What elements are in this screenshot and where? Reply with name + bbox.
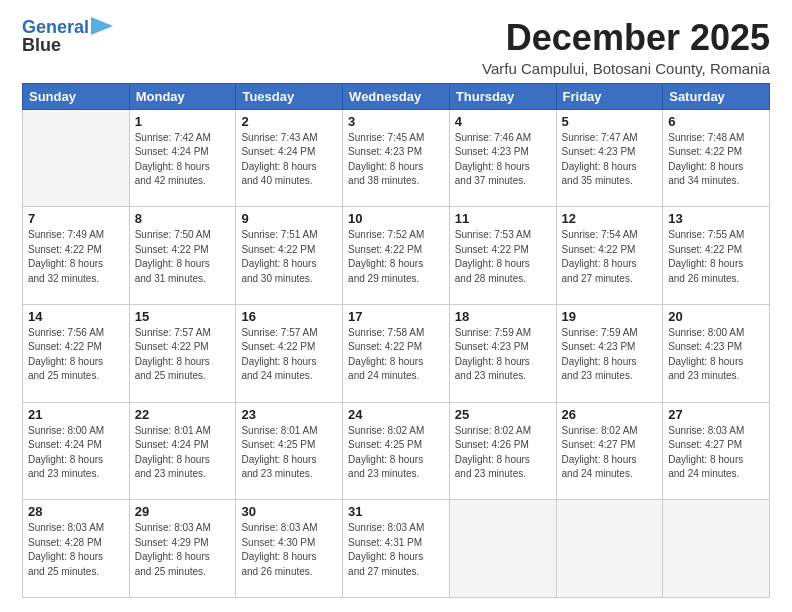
calendar-cell: 17Sunrise: 7:58 AM Sunset: 4:22 PM Dayli…	[343, 304, 450, 402]
day-number: 20	[668, 309, 764, 324]
calendar-header: Sunday Monday Tuesday Wednesday Thursday…	[23, 83, 770, 109]
day-info: Sunrise: 7:42 AM Sunset: 4:24 PM Dayligh…	[135, 131, 231, 189]
col-sunday: Sunday	[23, 83, 130, 109]
svg-marker-0	[91, 17, 113, 35]
calendar-cell: 9Sunrise: 7:51 AM Sunset: 4:22 PM Daylig…	[236, 207, 343, 305]
calendar-table: Sunday Monday Tuesday Wednesday Thursday…	[22, 83, 770, 598]
calendar-cell: 8Sunrise: 7:50 AM Sunset: 4:22 PM Daylig…	[129, 207, 236, 305]
day-info: Sunrise: 8:03 AM Sunset: 4:29 PM Dayligh…	[135, 521, 231, 579]
calendar-cell: 25Sunrise: 8:02 AM Sunset: 4:26 PM Dayli…	[449, 402, 556, 500]
calendar-cell: 18Sunrise: 7:59 AM Sunset: 4:23 PM Dayli…	[449, 304, 556, 402]
day-number: 13	[668, 211, 764, 226]
day-info: Sunrise: 7:57 AM Sunset: 4:22 PM Dayligh…	[241, 326, 337, 384]
day-info: Sunrise: 8:00 AM Sunset: 4:23 PM Dayligh…	[668, 326, 764, 384]
day-number: 1	[135, 114, 231, 129]
month-title: December 2025	[482, 18, 770, 58]
day-number: 17	[348, 309, 444, 324]
calendar-week-0: 1Sunrise: 7:42 AM Sunset: 4:24 PM Daylig…	[23, 109, 770, 207]
page: General Blue December 2025 Varfu Campulu…	[0, 0, 792, 612]
logo-blue: Blue	[22, 36, 61, 56]
col-thursday: Thursday	[449, 83, 556, 109]
col-wednesday: Wednesday	[343, 83, 450, 109]
calendar-cell: 7Sunrise: 7:49 AM Sunset: 4:22 PM Daylig…	[23, 207, 130, 305]
calendar-cell: 22Sunrise: 8:01 AM Sunset: 4:24 PM Dayli…	[129, 402, 236, 500]
calendar-cell: 26Sunrise: 8:02 AM Sunset: 4:27 PM Dayli…	[556, 402, 663, 500]
calendar-cell: 4Sunrise: 7:46 AM Sunset: 4:23 PM Daylig…	[449, 109, 556, 207]
day-info: Sunrise: 8:03 AM Sunset: 4:28 PM Dayligh…	[28, 521, 124, 579]
day-number: 27	[668, 407, 764, 422]
day-number: 10	[348, 211, 444, 226]
day-info: Sunrise: 7:45 AM Sunset: 4:23 PM Dayligh…	[348, 131, 444, 189]
day-info: Sunrise: 7:56 AM Sunset: 4:22 PM Dayligh…	[28, 326, 124, 384]
calendar-cell: 10Sunrise: 7:52 AM Sunset: 4:22 PM Dayli…	[343, 207, 450, 305]
day-info: Sunrise: 8:02 AM Sunset: 4:25 PM Dayligh…	[348, 424, 444, 482]
day-number: 30	[241, 504, 337, 519]
logo-general: General	[22, 17, 89, 37]
calendar-cell: 31Sunrise: 8:03 AM Sunset: 4:31 PM Dayli…	[343, 500, 450, 598]
day-number: 3	[348, 114, 444, 129]
calendar-cell: 15Sunrise: 7:57 AM Sunset: 4:22 PM Dayli…	[129, 304, 236, 402]
day-number: 16	[241, 309, 337, 324]
day-info: Sunrise: 8:02 AM Sunset: 4:26 PM Dayligh…	[455, 424, 551, 482]
day-number: 7	[28, 211, 124, 226]
day-info: Sunrise: 7:52 AM Sunset: 4:22 PM Dayligh…	[348, 228, 444, 286]
day-number: 12	[562, 211, 658, 226]
day-number: 23	[241, 407, 337, 422]
day-info: Sunrise: 7:54 AM Sunset: 4:22 PM Dayligh…	[562, 228, 658, 286]
calendar-cell	[556, 500, 663, 598]
calendar-cell: 6Sunrise: 7:48 AM Sunset: 4:22 PM Daylig…	[663, 109, 770, 207]
calendar-cell: 21Sunrise: 8:00 AM Sunset: 4:24 PM Dayli…	[23, 402, 130, 500]
calendar-cell: 29Sunrise: 8:03 AM Sunset: 4:29 PM Dayli…	[129, 500, 236, 598]
calendar-cell: 13Sunrise: 7:55 AM Sunset: 4:22 PM Dayli…	[663, 207, 770, 305]
day-number: 2	[241, 114, 337, 129]
col-tuesday: Tuesday	[236, 83, 343, 109]
day-info: Sunrise: 7:57 AM Sunset: 4:22 PM Dayligh…	[135, 326, 231, 384]
calendar-week-1: 7Sunrise: 7:49 AM Sunset: 4:22 PM Daylig…	[23, 207, 770, 305]
day-info: Sunrise: 7:48 AM Sunset: 4:22 PM Dayligh…	[668, 131, 764, 189]
day-number: 15	[135, 309, 231, 324]
day-info: Sunrise: 7:59 AM Sunset: 4:23 PM Dayligh…	[455, 326, 551, 384]
day-number: 19	[562, 309, 658, 324]
calendar-cell: 27Sunrise: 8:03 AM Sunset: 4:27 PM Dayli…	[663, 402, 770, 500]
calendar-week-2: 14Sunrise: 7:56 AM Sunset: 4:22 PM Dayli…	[23, 304, 770, 402]
day-info: Sunrise: 8:00 AM Sunset: 4:24 PM Dayligh…	[28, 424, 124, 482]
day-number: 6	[668, 114, 764, 129]
day-info: Sunrise: 8:03 AM Sunset: 4:31 PM Dayligh…	[348, 521, 444, 579]
calendar-cell: 12Sunrise: 7:54 AM Sunset: 4:22 PM Dayli…	[556, 207, 663, 305]
calendar-cell: 16Sunrise: 7:57 AM Sunset: 4:22 PM Dayli…	[236, 304, 343, 402]
col-saturday: Saturday	[663, 83, 770, 109]
day-info: Sunrise: 7:55 AM Sunset: 4:22 PM Dayligh…	[668, 228, 764, 286]
calendar-week-3: 21Sunrise: 8:00 AM Sunset: 4:24 PM Dayli…	[23, 402, 770, 500]
day-info: Sunrise: 7:59 AM Sunset: 4:23 PM Dayligh…	[562, 326, 658, 384]
calendar-cell	[23, 109, 130, 207]
day-number: 18	[455, 309, 551, 324]
calendar-cell	[449, 500, 556, 598]
day-info: Sunrise: 8:01 AM Sunset: 4:25 PM Dayligh…	[241, 424, 337, 482]
day-number: 22	[135, 407, 231, 422]
day-info: Sunrise: 8:01 AM Sunset: 4:24 PM Dayligh…	[135, 424, 231, 482]
day-info: Sunrise: 7:58 AM Sunset: 4:22 PM Dayligh…	[348, 326, 444, 384]
col-friday: Friday	[556, 83, 663, 109]
day-number: 21	[28, 407, 124, 422]
day-number: 28	[28, 504, 124, 519]
calendar-cell: 11Sunrise: 7:53 AM Sunset: 4:22 PM Dayli…	[449, 207, 556, 305]
calendar-cell: 5Sunrise: 7:47 AM Sunset: 4:23 PM Daylig…	[556, 109, 663, 207]
day-info: Sunrise: 7:50 AM Sunset: 4:22 PM Dayligh…	[135, 228, 231, 286]
day-number: 29	[135, 504, 231, 519]
day-number: 9	[241, 211, 337, 226]
day-info: Sunrise: 8:03 AM Sunset: 4:30 PM Dayligh…	[241, 521, 337, 579]
calendar-cell: 23Sunrise: 8:01 AM Sunset: 4:25 PM Dayli…	[236, 402, 343, 500]
col-monday: Monday	[129, 83, 236, 109]
subtitle: Varfu Campului, Botosani County, Romania	[482, 60, 770, 77]
day-number: 11	[455, 211, 551, 226]
day-number: 26	[562, 407, 658, 422]
header-row: Sunday Monday Tuesday Wednesday Thursday…	[23, 83, 770, 109]
day-number: 8	[135, 211, 231, 226]
title-block: December 2025 Varfu Campului, Botosani C…	[482, 18, 770, 77]
calendar-cell: 3Sunrise: 7:45 AM Sunset: 4:23 PM Daylig…	[343, 109, 450, 207]
day-number: 31	[348, 504, 444, 519]
day-info: Sunrise: 7:46 AM Sunset: 4:23 PM Dayligh…	[455, 131, 551, 189]
day-info: Sunrise: 7:51 AM Sunset: 4:22 PM Dayligh…	[241, 228, 337, 286]
day-number: 4	[455, 114, 551, 129]
calendar-body: 1Sunrise: 7:42 AM Sunset: 4:24 PM Daylig…	[23, 109, 770, 597]
